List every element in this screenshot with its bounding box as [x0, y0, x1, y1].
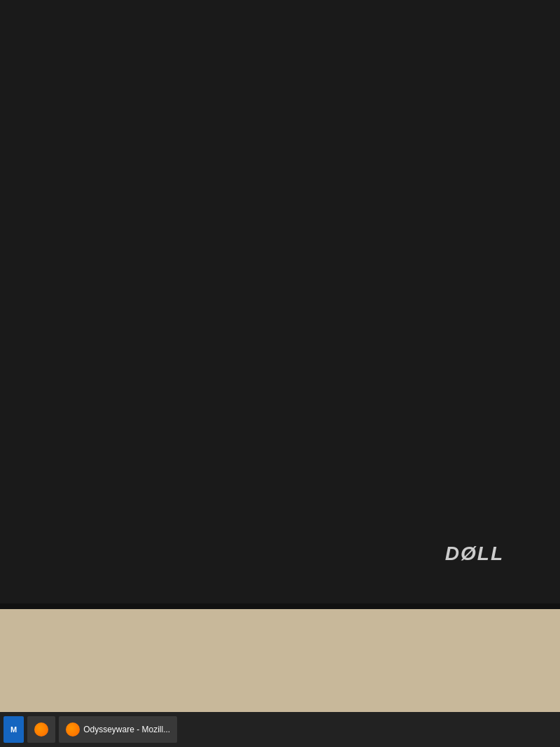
start-icon: M	[10, 725, 17, 734]
taskbar-firefox[interactable]	[27, 716, 55, 743]
browser-tab-icon	[66, 722, 80, 736]
taskbar-start-button[interactable]: M	[4, 716, 24, 743]
dell-logo: DØLL	[445, 543, 504, 565]
taskbar: M Odysseyware - Mozill...	[0, 712, 560, 747]
firefox-icon	[34, 722, 48, 736]
monitor-stand	[238, 554, 322, 568]
browser-tab-label: Odysseyware - Mozill...	[83, 725, 170, 734]
monitor-area: DØLL	[0, 0, 560, 609]
taskbar-browser-tab[interactable]: Odysseyware - Mozill...	[59, 716, 177, 743]
